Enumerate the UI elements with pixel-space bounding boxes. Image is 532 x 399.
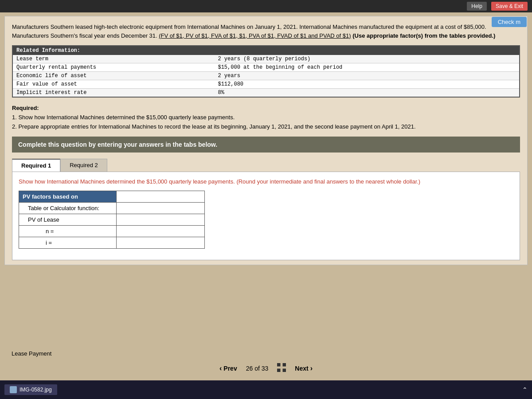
page-total: 33 (262, 365, 269, 372)
table-row: Table or Calculator function: (19, 202, 205, 214)
next-arrow-icon: › (310, 364, 313, 372)
complete-instruction-text: Complete this question by entering your … (18, 141, 217, 148)
taskbar-file-label: IMG-0582.jpg (20, 387, 52, 393)
page-of: of (254, 365, 262, 372)
pv-factors-label: PV factors based on (19, 191, 117, 202)
row-value: 2 years (8 quarterly periods) (214, 55, 520, 63)
row-label: Lease term (12, 55, 214, 63)
required-item1: 1. Show how International Machines deter… (12, 114, 235, 121)
tab-required2[interactable]: Required 2 (60, 159, 107, 172)
complete-instruction-box: Complete this question by entering your … (12, 137, 520, 153)
i-input[interactable] (120, 239, 201, 246)
n-input[interactable] (120, 228, 201, 235)
next-button[interactable]: Next › (295, 364, 313, 372)
grid-icon[interactable] (277, 363, 286, 373)
table-row: Economic life of asset 2 years (12, 72, 520, 80)
calculator-input[interactable] (120, 205, 201, 211)
table-row: Lease term 2 years (8 quarterly periods) (12, 55, 520, 63)
table-row: Quarterly rental payments $15,000 at the… (12, 63, 520, 72)
save-exit-button[interactable]: Save & Exit (491, 2, 528, 11)
table-row: PV factors based on (19, 191, 205, 202)
related-info-heading: Related Information: (12, 46, 520, 55)
tab-description: Show how International Machines determin… (19, 177, 513, 186)
i-label: i = (19, 237, 117, 248)
prev-label: Prev (223, 365, 237, 372)
page-info: 26 of 33 (246, 365, 269, 372)
row-label: Fair value of asset (12, 80, 214, 89)
check-button[interactable]: Check m (492, 17, 527, 27)
page-current: 26 (246, 365, 253, 372)
pv-factors-table: PV factors based on Table or Calculator … (19, 191, 205, 249)
svg-rect-2 (277, 369, 281, 372)
pv-lease-input[interactable] (120, 216, 201, 223)
problem-text-main: Manufacturers Southern leased high-tech … (12, 23, 495, 39)
next-label: Next (295, 365, 308, 372)
pv-factors-value[interactable] (116, 191, 204, 202)
tabs-row: Required 1 Required 2 (12, 159, 520, 172)
svg-rect-1 (283, 363, 286, 367)
calculator-label: Table or Calculator function: (19, 202, 117, 214)
table-row: Fair value of asset $112,080 (12, 80, 520, 89)
svg-rect-3 (283, 369, 286, 372)
pv-lease-label: PV of Lease (19, 214, 117, 225)
taskbar: IMG-0582.jpg ⌃ (0, 380, 532, 399)
row-value: 8% (214, 89, 520, 98)
taskbar-arrow-up-icon[interactable]: ⌃ (522, 386, 528, 393)
required-section: Required: 1. Show how International Mach… (12, 104, 520, 131)
related-info-table: Related Information: Lease term 2 years … (12, 45, 520, 98)
pv-factors-input[interactable] (120, 193, 201, 200)
table-row: n = (19, 225, 205, 237)
required-item2: 2. Prepare appropriate entries for Inter… (12, 123, 416, 130)
row-value: 2 years (214, 72, 520, 80)
row-label: Implicit interest rate (12, 89, 214, 98)
calculator-value[interactable] (116, 202, 204, 214)
svg-rect-0 (277, 363, 281, 367)
pv-lease-value[interactable] (116, 214, 204, 225)
row-label: Quarterly rental payments (12, 63, 214, 72)
lease-payment-label: Lease Payment (12, 350, 51, 357)
table-row: PV of Lease (19, 214, 205, 225)
tab-required1[interactable]: Required 1 (12, 159, 60, 172)
main-content: Manufacturers Southern leased high-tech … (4, 16, 528, 265)
n-label: n = (19, 225, 117, 237)
top-bar: Help Save & Exit (0, 0, 532, 12)
i-value[interactable] (116, 237, 204, 248)
row-value: $15,000 at the beginning of each period (214, 63, 520, 72)
file-icon (10, 386, 17, 393)
row-value: $112,080 (214, 80, 520, 89)
bottom-navigation: ‹ Prev 26 of 33 Next › (0, 360, 532, 377)
n-value[interactable] (116, 225, 204, 237)
links-text[interactable]: (FV of $1, PV of $1, FVA of $1, $1, PVA … (159, 32, 351, 39)
taskbar-file-item[interactable]: IMG-0582.jpg (4, 384, 57, 395)
table-row: Implicit interest rate 8% (12, 89, 520, 98)
prev-arrow-icon: ‹ (219, 364, 222, 372)
required-heading: Required: (12, 105, 39, 111)
row-label: Economic life of asset (12, 72, 214, 80)
help-button[interactable]: Help (467, 2, 487, 11)
tab-content: Show how International Machines determin… (12, 172, 520, 260)
instruction-text: (Use appropriate factor(s) from the tabl… (352, 32, 495, 39)
problem-text: Manufacturers Southern leased high-tech … (12, 23, 520, 40)
table-row: i = (19, 237, 205, 248)
prev-button[interactable]: ‹ Prev (219, 364, 237, 372)
